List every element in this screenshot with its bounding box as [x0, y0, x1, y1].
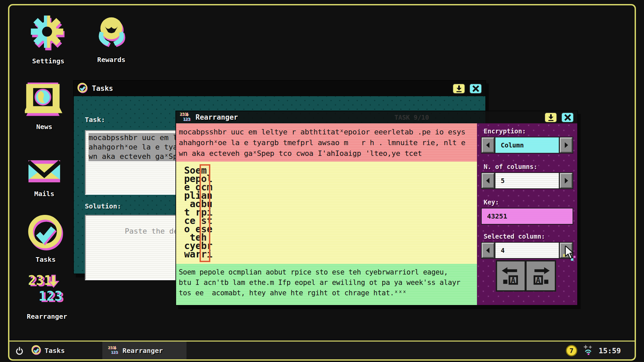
grid-row: e ocm: [184, 183, 477, 191]
move-column-left-icon: [500, 265, 521, 287]
cipher-line: mocabpsshbr uuc em leltye r abthtitatˣep…: [179, 128, 465, 136]
solution-label: Solution:: [85, 202, 121, 210]
taskbar-item-label: Tasks: [45, 347, 65, 355]
taskbar-clock: 15:59: [599, 347, 621, 355]
rearranger-window-titlebar[interactable]: Rearranger: [176, 111, 577, 123]
decrypted-line: tos ee acomabt, htey ahve hte rgiht ot c…: [179, 289, 407, 297]
gear-icon: [31, 15, 66, 54]
cipher-text-area[interactable]: mocabpsshbr uuc em leltye r abthtitatˣep…: [176, 123, 477, 162]
game-desktop: Settings Rewards News Mails Tasks Rearra…: [0, 0, 644, 362]
encryption-value-field[interactable]: Column: [495, 137, 559, 153]
encryption-next-button[interactable]: [560, 137, 573, 153]
rearrange-231-123-icon: [108, 345, 119, 356]
signal-sparkle-icon: [583, 344, 593, 357]
minimize-button[interactable]: [544, 112, 557, 123]
columns-label: N. of columns:: [484, 163, 537, 170]
decrypted-text-area[interactable]: Soem pepole ocmplian aobut rpice sto ese…: [176, 264, 477, 305]
decrypted-line: btu I acn'tb lam ethe.m Ifp eopel ar ewi…: [179, 279, 460, 287]
globe-news-icon: [25, 80, 64, 119]
selected-column-value-field[interactable]: 4: [495, 243, 559, 258]
key-label: Key:: [484, 198, 499, 206]
selected-column-highlight: [200, 164, 210, 262]
columns-increase-button[interactable]: [560, 173, 573, 188]
rearranger-window: Rearranger mocabpsshbr uuc em leltye r a…: [175, 111, 578, 306]
grid-row: pepol: [184, 175, 477, 183]
desktop-icon-label: Settings: [32, 57, 64, 65]
selected-column-spinner: 4: [482, 243, 573, 258]
window-title: Tasks: [92, 84, 448, 93]
desktop-icon-news[interactable]: News: [20, 80, 68, 131]
cipher-line: ahahgorhˣoe la e tyargb tmefprl awsao m …: [179, 138, 465, 147]
grid-row: plian: [184, 191, 477, 200]
close-button[interactable]: [561, 112, 574, 123]
task-label: Task:: [85, 116, 105, 124]
desktop-icon-label: Rearranger: [27, 312, 67, 320]
medal-hands-icon: [93, 13, 129, 52]
encryption-label: Encryption:: [484, 127, 526, 135]
grid-row: aobu: [184, 200, 477, 208]
grid-row: ce st: [184, 217, 477, 225]
desktop-icon-mails[interactable]: Mails: [20, 155, 68, 198]
selected-column-label: Selected column:: [484, 233, 545, 240]
key-input[interactable]: 43251: [482, 208, 573, 224]
move-column-right-button[interactable]: [526, 260, 556, 292]
decrypted-line: Soem pepole ocmplian aobut rpice sto ese…: [179, 268, 448, 276]
taskbar-item-tasks[interactable]: Tasks: [26, 342, 70, 360]
grid-row: t rpi: [184, 208, 477, 217]
columns-value-field[interactable]: 5: [495, 173, 559, 188]
taskbar: Tasks Rearranger 7 15:59: [9, 341, 635, 360]
desktop-icon-settings[interactable]: Settings: [26, 15, 70, 65]
coin-counter: 7: [566, 345, 577, 356]
desktop-icon-label: Rewards: [97, 56, 125, 64]
clock-check-icon: [27, 214, 64, 252]
clock-check-icon: [31, 345, 41, 356]
rearrange-231-123-icon: [27, 268, 67, 309]
encryption-prev-button[interactable]: [482, 137, 494, 153]
desktop-icon-label: Tasks: [36, 255, 56, 263]
clock-check-icon: [77, 82, 88, 95]
power-button[interactable]: [15, 346, 24, 355]
desktop-icon-label: Mails: [34, 190, 54, 198]
desktop-icon-label: News: [36, 123, 52, 131]
rearranger-settings-panel: Encryption: Column N. of columns: 5 Key:…: [477, 123, 577, 305]
system-tray: 7 15:59: [566, 344, 635, 357]
columns-decrease-button[interactable]: [482, 173, 494, 188]
grid-row: cyebr: [184, 242, 477, 250]
column-grid-area[interactable]: Soem pepol e ocm plian aobu t rpi ce st …: [176, 162, 477, 264]
grid-row: teh: [184, 233, 477, 242]
encryption-spinner: Column: [482, 137, 573, 153]
desktop-icon-rearranger[interactable]: Rearranger: [19, 268, 74, 320]
grid-row: o ese: [184, 225, 477, 233]
minimize-button[interactable]: [452, 83, 465, 94]
taskbar-item-label: Rearranger: [122, 347, 163, 355]
move-column-right-icon: [530, 265, 551, 287]
rearrange-231-123-icon: [179, 112, 192, 123]
cipher-line: wn aka ecteveh gaˣSpep tco cwoa I'ahIoai…: [179, 149, 422, 158]
desktop-icon-rewards[interactable]: Rewards: [89, 13, 133, 64]
grid-row: Soem: [184, 166, 477, 175]
close-button[interactable]: [469, 83, 482, 94]
selected-column-increase-button[interactable]: [560, 243, 573, 258]
taskbar-item-rearranger[interactable]: Rearranger: [102, 342, 186, 360]
tasks-window-titlebar[interactable]: Tasks: [74, 81, 485, 96]
move-column-left-button[interactable]: [496, 260, 526, 292]
columns-spinner: 5: [482, 173, 573, 188]
selected-column-decrease-button[interactable]: [482, 243, 494, 258]
desktop-icon-tasks[interactable]: Tasks: [21, 214, 70, 263]
window-title: Rearranger: [196, 113, 540, 121]
grid-row: warri: [184, 250, 477, 258]
envelope-icon: [25, 155, 63, 186]
